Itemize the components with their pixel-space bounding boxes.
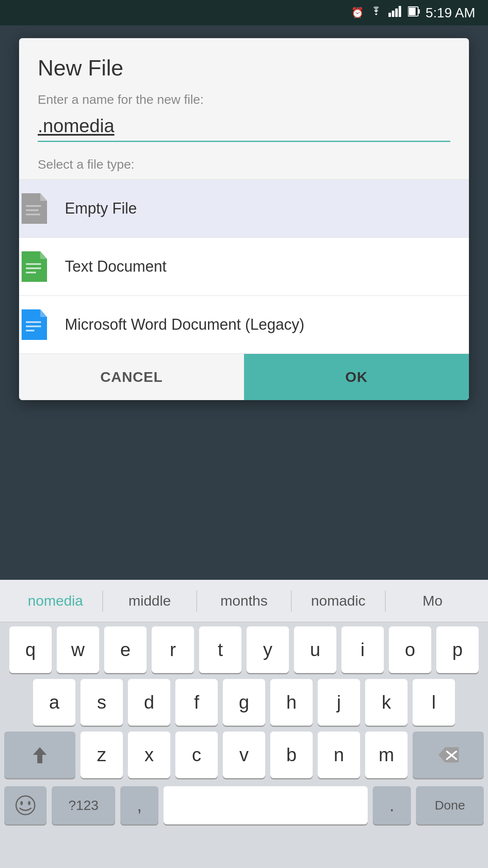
svg-rect-12	[26, 272, 36, 273]
key-u[interactable]: u	[294, 626, 336, 673]
key-s[interactable]: s	[80, 679, 123, 726]
numbers-key[interactable]: ?123	[52, 786, 115, 824]
filename-input[interactable]	[38, 115, 450, 142]
dialog-content: New File Enter a name for the new file: …	[19, 38, 469, 172]
file-type-label: Select a file type:	[38, 157, 450, 172]
autocomplete-word-3[interactable]: months	[197, 588, 291, 613]
status-time: 5:19 AM	[426, 5, 475, 21]
autocomplete-bar: nomedia middle months nomadic Mo	[0, 580, 488, 622]
svg-rect-8	[26, 209, 39, 211]
svg-rect-15	[26, 330, 34, 331]
key-d[interactable]: d	[128, 679, 170, 726]
key-q[interactable]: q	[9, 626, 52, 673]
key-i[interactable]: i	[341, 626, 384, 673]
svg-point-19	[16, 796, 35, 815]
keyboard-bottom-row: ?123 , . Done	[0, 784, 488, 835]
svg-rect-1	[392, 11, 394, 17]
key-m[interactable]: m	[365, 732, 408, 778]
key-b[interactable]: b	[270, 732, 313, 778]
battery-icon	[408, 6, 420, 19]
dialog-buttons: CANCEL OK	[19, 353, 469, 400]
key-g[interactable]: g	[223, 679, 265, 726]
done-key[interactable]: Done	[416, 786, 484, 824]
new-file-dialog: New File Enter a name for the new file: …	[19, 38, 469, 400]
text-file-icon	[19, 250, 50, 284]
svg-rect-11	[26, 267, 41, 269]
status-bar: ⏰ 5:19 AM	[0, 0, 488, 25]
svg-rect-14	[26, 326, 41, 327]
svg-rect-5	[409, 8, 416, 15]
space-key[interactable]	[164, 786, 368, 824]
svg-rect-10	[26, 263, 41, 265]
signal-icon	[388, 6, 402, 19]
svg-rect-3	[399, 6, 401, 17]
svg-rect-0	[388, 13, 391, 17]
key-f[interactable]: f	[175, 679, 218, 726]
backspace-key[interactable]	[413, 732, 484, 778]
svg-rect-7	[26, 205, 41, 207]
key-e[interactable]: e	[104, 626, 147, 673]
key-k[interactable]: k	[365, 679, 408, 726]
autocomplete-word-2[interactable]: middle	[103, 588, 197, 613]
file-type-list: Empty File Text Document	[19, 179, 469, 353]
wifi-icon	[370, 6, 383, 19]
text-file-label: Text Document	[65, 258, 166, 275]
svg-point-20	[20, 801, 23, 805]
key-t[interactable]: t	[199, 626, 241, 673]
file-type-empty[interactable]: Empty File	[19, 179, 469, 237]
key-v[interactable]: v	[223, 732, 265, 778]
file-type-text[interactable]: Text Document	[19, 237, 469, 295]
key-o[interactable]: o	[389, 626, 431, 673]
key-z[interactable]: z	[80, 732, 123, 778]
svg-point-21	[28, 801, 30, 805]
autocomplete-word-5[interactable]: Mo	[385, 588, 480, 613]
svg-rect-16	[37, 762, 42, 763]
key-x[interactable]: x	[128, 732, 170, 778]
key-j[interactable]: j	[318, 679, 360, 726]
key-l[interactable]: l	[413, 679, 455, 726]
file-type-word[interactable]: Microsoft Word Document (Legacy)	[19, 295, 469, 353]
key-row-1: q w e r t y u i o p	[4, 626, 484, 673]
ok-button[interactable]: OK	[244, 354, 469, 400]
status-icons: ⏰ 5:19 AM	[351, 5, 475, 21]
svg-rect-6	[418, 9, 420, 14]
dialog-subtitle: Enter a name for the new file:	[38, 92, 450, 107]
svg-rect-9	[26, 214, 40, 215]
key-r[interactable]: r	[152, 626, 194, 673]
shift-key[interactable]	[4, 732, 75, 778]
keyboard-main: q w e r t y u i o p a s d f g h j k l	[0, 622, 488, 778]
key-p[interactable]: p	[436, 626, 479, 673]
period-key[interactable]: .	[373, 786, 411, 824]
empty-file-label: Empty File	[65, 200, 137, 217]
svg-rect-13	[26, 321, 41, 323]
word-file-icon	[19, 308, 50, 342]
autocomplete-word-4[interactable]: nomadic	[291, 588, 385, 613]
key-w[interactable]: w	[57, 626, 99, 673]
dialog-title: New File	[38, 55, 450, 81]
word-file-label: Microsoft Word Document (Legacy)	[65, 316, 305, 334]
key-n[interactable]: n	[318, 732, 360, 778]
key-y[interactable]: y	[247, 626, 289, 673]
key-c[interactable]: c	[175, 732, 218, 778]
emoji-key[interactable]	[4, 786, 47, 824]
key-a[interactable]: a	[33, 679, 75, 726]
keyboard-area: nomedia middle months nomadic Mo q w e r…	[0, 580, 488, 868]
cancel-button[interactable]: CANCEL	[19, 354, 244, 400]
key-h[interactable]: h	[270, 679, 313, 726]
key-row-3: z x c v b n m	[4, 732, 484, 778]
key-row-2: a s d f g h j k l	[4, 679, 484, 726]
autocomplete-word-1[interactable]: nomedia	[8, 588, 103, 613]
empty-file-icon	[19, 192, 50, 225]
alarm-icon: ⏰	[351, 7, 364, 19]
comma-key[interactable]: ,	[120, 786, 158, 824]
svg-rect-2	[395, 8, 398, 17]
